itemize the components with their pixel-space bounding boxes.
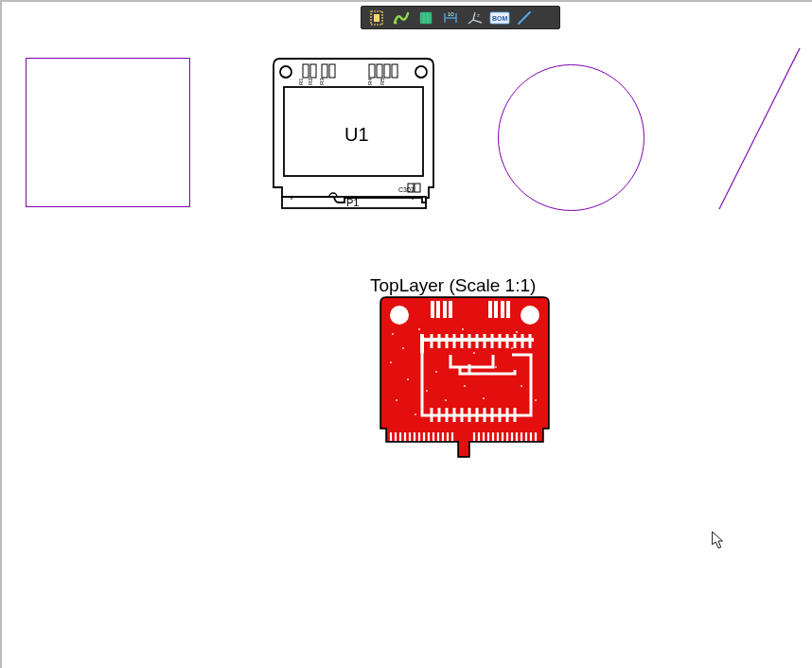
pcb-icon [393, 9, 410, 26]
ref-u1: U1 [344, 124, 369, 145]
svg-point-53 [464, 385, 466, 387]
svg-point-34 [521, 306, 539, 325]
svg-point-46 [407, 378, 409, 380]
svg-rect-35 [431, 301, 434, 318]
ref-r5: R5 [380, 78, 385, 85]
measure-icon: 10 [442, 9, 459, 26]
svg-point-43 [392, 333, 394, 335]
svg-point-62 [462, 328, 464, 330]
svg-rect-26 [369, 64, 375, 78]
line-icon [516, 9, 533, 26]
svg-rect-37 [443, 301, 447, 318]
svg-point-33 [390, 306, 409, 325]
svg-rect-41 [501, 301, 504, 318]
svg-point-52 [445, 399, 447, 401]
ref-r4: R4 [367, 78, 373, 85]
svg-point-60 [495, 366, 497, 368]
schematic-icon [368, 9, 385, 26]
bom-icon: BOM [489, 9, 510, 26]
svg-point-51 [435, 371, 437, 373]
board-icon [417, 9, 434, 26]
svg-rect-31 [415, 184, 420, 192]
tool-board[interactable] [415, 8, 437, 27]
tool-schematic[interactable] [365, 8, 388, 27]
pcb-footprint-outline[interactable]: R1 R2 R3 R4 R5 C307 U1 P1 [271, 57, 436, 212]
svg-point-45 [390, 361, 392, 363]
svg-point-48 [415, 413, 416, 415]
svg-text:10: 10 [448, 11, 454, 17]
svg-rect-1 [374, 14, 380, 22]
svg-point-61 [418, 328, 420, 330]
mouse-cursor-icon [711, 531, 726, 550]
svg-rect-27 [377, 64, 382, 78]
ref-r2: R2 [308, 78, 313, 85]
svg-point-47 [396, 399, 397, 401]
svg-rect-24 [322, 64, 327, 78]
tool-pcb[interactable] [390, 8, 413, 27]
floating-toolbar[interactable]: 10 z BOM [361, 6, 560, 29]
ref-c307: C307 [398, 186, 415, 193]
svg-rect-39 [488, 301, 492, 318]
svg-rect-36 [436, 301, 440, 318]
svg-rect-29 [392, 64, 397, 78]
ref-p1: P1 [346, 197, 359, 208]
tool-bom[interactable]: BOM [488, 8, 511, 27]
svg-text:z: z [477, 12, 480, 18]
drawing-canvas[interactable]: 10 z BOM [2, 2, 812, 668]
svg-point-49 [426, 390, 428, 392]
tool-line[interactable] [513, 8, 536, 27]
svg-point-57 [535, 399, 537, 401]
svg-rect-38 [449, 301, 452, 318]
ref-r3: R3 [319, 78, 325, 85]
svg-point-58 [511, 347, 513, 349]
svg-rect-40 [494, 301, 498, 318]
svg-rect-22 [303, 64, 309, 78]
svg-point-2 [395, 21, 397, 24]
svg-point-59 [473, 352, 475, 354]
svg-rect-28 [384, 64, 390, 78]
shape-circle[interactable] [498, 64, 644, 211]
shape-rectangle[interactable] [26, 58, 190, 207]
svg-line-15 [519, 12, 530, 24]
svg-point-54 [483, 397, 485, 399]
svg-line-32 [719, 48, 800, 209]
tool-measure[interactable]: 10 [439, 8, 462, 27]
svg-point-63 [516, 331, 518, 333]
toplayer-label: TopLayer (Scale 1:1) [370, 275, 536, 296]
toplayer-board[interactable] [380, 296, 550, 459]
svg-point-44 [402, 347, 404, 349]
ref-r1: R1 [298, 78, 304, 85]
svg-text:BOM: BOM [492, 15, 508, 22]
svg-rect-79 [499, 357, 525, 370]
tool-3d[interactable]: z [464, 8, 486, 27]
shape-line[interactable] [716, 45, 803, 213]
svg-point-20 [415, 66, 427, 78]
svg-rect-23 [310, 64, 316, 78]
svg-rect-78 [453, 357, 489, 364]
svg-point-19 [280, 66, 291, 78]
svg-rect-42 [506, 301, 510, 318]
svg-rect-25 [329, 64, 335, 78]
svg-point-55 [521, 385, 522, 387]
3d-icon: z [467, 9, 484, 26]
